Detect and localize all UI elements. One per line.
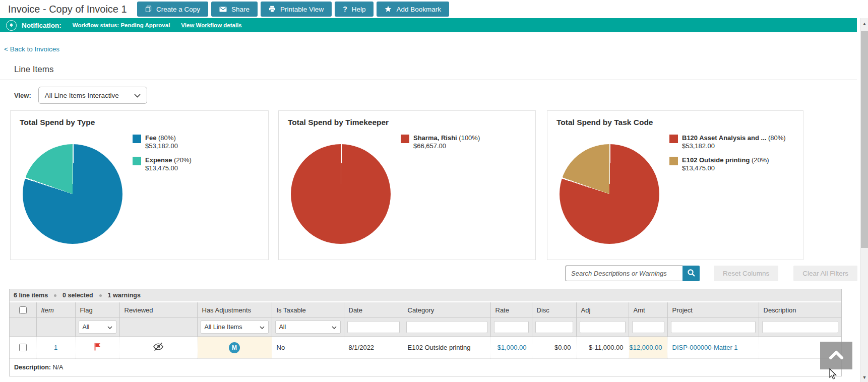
column-header-disc[interactable]: Disc [532,302,576,318]
legend-pct: (80%) [768,134,786,142]
legend-pct: (20%) [174,156,192,164]
column-header-flag[interactable]: Flag [75,302,119,318]
pie-chart-spend-by-task-code[interactable] [560,144,659,244]
legend-swatch [669,135,678,143]
line-items-count: 6 line items [14,292,48,299]
filter-cell-is-taxable: All [272,318,344,337]
filter-cell-flag: All [75,318,119,337]
search-button[interactable] [683,266,700,281]
envelope-icon [219,7,227,12]
button-label: Share [231,6,250,13]
row-checkbox[interactable] [19,344,27,351]
filter-cell-empty [36,318,75,337]
clear-all-filters-button[interactable]: Clear All Filters [793,266,857,281]
reset-columns-button[interactable]: Reset Columns [714,266,778,281]
selected-count: 0 selected [63,292,93,299]
scrollbar-thumb[interactable] [861,31,868,248]
scrollbar-down-button[interactable]: ▼ [860,375,868,380]
workflow-status-text: Workflow status: Pending Approval [73,22,170,28]
column-header-item[interactable]: Item [36,302,75,318]
adj-filter-input[interactable] [580,321,626,333]
column-header-category[interactable]: Category [403,302,490,318]
legend-item: Sharma, Rishi (100%)$66,657.00 [401,134,529,150]
item-number-link[interactable]: 1 [54,344,57,351]
legend-swatch [669,157,678,165]
filter-cell-category [403,318,490,337]
button-label: Add Bookmark [396,6,441,13]
copy-icon [145,6,152,13]
search-input[interactable] [566,266,683,281]
filter-cell-description [759,318,841,337]
description-value: N/A [52,364,63,371]
rate-filter-input[interactable] [494,321,529,333]
column-header-has-adjustments[interactable]: Has Adjustments [197,302,272,318]
button-label: Printable View [280,6,324,13]
description-label: Description: [14,364,51,371]
column-header-description[interactable]: Description [759,302,841,318]
column-header-adj[interactable]: Adj [576,302,629,318]
legend-value: $13,475.00 [682,164,769,172]
legend-value: $13,475.00 [145,164,192,172]
vertical-scrollbar[interactable]: ▲ ▼ [860,18,868,382]
dot-separator [99,294,102,297]
scrollbar-up-button[interactable]: ▲ [860,21,868,26]
disc-cell: $0.00 [532,337,576,359]
row-select-cell[interactable] [10,337,36,359]
column-header-amt[interactable]: Amt [629,302,667,318]
project-link[interactable]: DISP-000000-Matter 1 [672,344,738,351]
help-button[interactable]: ? Help [335,2,374,17]
select-all-checkbox[interactable] [19,306,27,314]
table-search-row: Reset Columns Clear All Filters [566,266,857,281]
rate-link[interactable]: $1,000.00 [498,344,527,351]
chart-panel-spend-by-task-code: Total Spend by Task Code B120 Asset Anal… [547,110,803,260]
amt-link[interactable]: $12,000.00 [629,344,662,351]
legend-value: $53,182.00 [682,142,786,150]
add-bookmark-button[interactable]: Add Bookmark [377,2,449,17]
share-button[interactable]: Share [211,2,258,17]
category-filter-input[interactable] [406,321,487,333]
table-summary-bar: 6 line items 0 selected 1 warnings [10,289,841,302]
printer-icon [269,6,276,13]
printable-view-button[interactable]: Printable View [261,2,332,17]
is-taxable-filter-select[interactable]: All [275,321,341,334]
scroll-to-top-button[interactable] [820,342,852,369]
filter-cell-disc [532,318,576,337]
top-toolbar: Invoice - Copy of Invoice 1 Create a Cop… [0,0,868,18]
description-detail-row: Description: N/A [10,359,841,376]
chart-legend: B120 Asset Analysis and ... (80%)$53,182… [669,134,798,178]
eye-off-icon[interactable] [153,346,164,353]
view-select[interactable]: All Line Items Interactive [38,87,147,104]
search-icon [687,269,696,279]
view-select-value: All Line Items Interactive [45,92,119,99]
legend-label: Sharma, Rishi [413,134,457,142]
filter-cell-empty [119,318,197,337]
date-filter-input[interactable] [347,321,400,333]
amt-filter-input[interactable] [632,321,664,333]
chart-title: Total Spend by Timekeeper [288,118,389,127]
legend-label: Expense [145,156,172,164]
select-all-header[interactable] [10,302,36,318]
column-header-project[interactable]: Project [667,302,759,318]
view-label: View: [14,92,31,99]
project-filter-input[interactable] [671,321,756,333]
pie-chart-spend-by-type[interactable] [23,144,122,244]
column-header-reviewed[interactable]: Reviewed [119,302,197,318]
manual-adjustment-badge[interactable]: M [229,342,240,353]
chevron-down-icon [260,324,265,331]
flag-filter-select[interactable]: All [79,321,116,334]
create-a-copy-button[interactable]: Create a Copy [137,2,208,17]
view-workflow-details-link[interactable]: View Workflow details [181,22,241,28]
column-header-is-taxable[interactable]: Is Taxable [272,302,344,318]
date-cell: 8/1/2022 [344,337,403,359]
flag-icon[interactable] [93,345,102,353]
chevron-up-icon [828,350,845,362]
column-header-date[interactable]: Date [344,302,403,318]
description-filter-input[interactable] [762,321,839,333]
filter-row: All All Line Items All [10,318,841,337]
back-to-invoices-link[interactable]: < Back to Invoices [4,45,59,53]
pie-chart-spend-by-timekeeper[interactable] [291,144,391,244]
disc-filter-input[interactable] [535,321,573,333]
star-icon [385,6,392,13]
column-header-rate[interactable]: Rate [490,302,532,318]
has-adjustments-filter-select[interactable]: All Line Items [201,321,269,334]
